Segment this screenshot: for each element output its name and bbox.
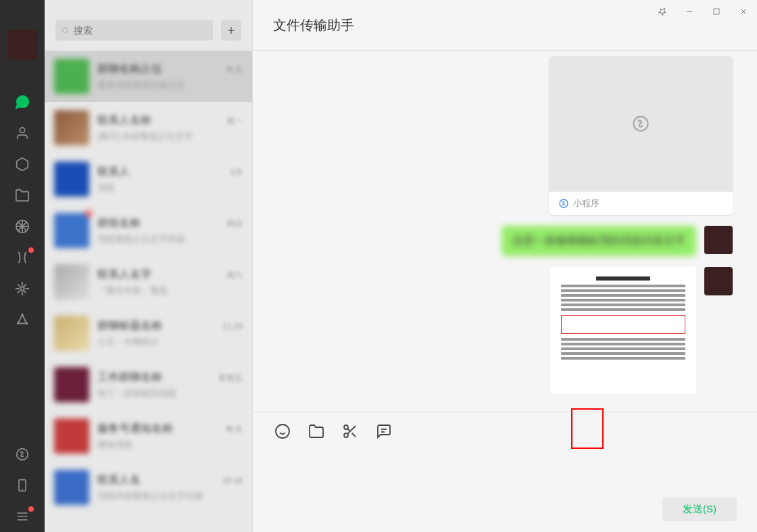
minimize-button[interactable]	[676, 0, 703, 23]
chat-time: 3月	[230, 167, 243, 178]
nav-phone[interactable]	[14, 477, 31, 494]
chat-avatar	[54, 59, 89, 94]
svg-point-2	[20, 287, 24, 291]
pin-button[interactable]	[649, 0, 676, 23]
text-message[interactable]: 这是一条被模糊处理的消息内容文字	[502, 226, 696, 256]
chat-preview: 通知消息	[97, 439, 243, 451]
nav-contacts[interactable]	[14, 124, 31, 142]
file-button[interactable]	[307, 422, 326, 441]
emoji-button[interactable]	[273, 422, 292, 441]
send-button[interactable]: 发送(S)	[662, 498, 737, 521]
chat-item[interactable]: 联系人名称 周一 [图片] 内容预览占位文字	[45, 102, 252, 153]
chat-avatar	[54, 316, 89, 351]
chat-preview: 小王：今晚吃什	[97, 336, 243, 348]
image-message[interactable]	[550, 267, 696, 394]
chat-avatar	[54, 470, 89, 505]
chat-preview: 张三：好的收到消息	[97, 387, 243, 400]
chat-avatar	[54, 162, 89, 197]
sender-avatar[interactable]	[704, 267, 733, 295]
chat-item[interactable]: 联系人名 10:18 消息内容预览占位文字示例	[45, 462, 252, 513]
search-icon	[61, 26, 70, 35]
chat-time: 星期五	[218, 372, 243, 384]
screenshot-button[interactable]	[341, 422, 360, 441]
miniprogram-icon	[631, 114, 650, 133]
chat-preview: 「聊天内容」预览	[97, 285, 243, 297]
nav-moments[interactable]	[14, 218, 31, 235]
svg-rect-17	[714, 9, 719, 14]
chat-item[interactable]: 联系人 3月 消息	[45, 153, 252, 205]
maximize-button[interactable]	[703, 0, 730, 23]
miniprogram-label: 小程序	[573, 197, 600, 210]
chat-avatar	[54, 367, 89, 402]
chat-time: 周一	[226, 116, 243, 127]
svg-point-26	[344, 433, 348, 437]
chat-name: 群聊标题名称	[97, 319, 162, 333]
search-box[interactable]	[55, 20, 213, 41]
unread-badge	[85, 210, 92, 217]
miniprogram-tag-icon	[558, 198, 569, 209]
nav-files[interactable]	[14, 187, 31, 204]
chat-item[interactable]: 联系人名字 周六 「聊天内容」预览	[45, 256, 252, 308]
chat-time: 昨天	[226, 424, 243, 435]
chat-history-button[interactable]	[374, 422, 393, 441]
chat-time: 11:20	[222, 322, 243, 331]
nav-menu[interactable]	[14, 508, 31, 525]
chat-preview: 消息	[97, 182, 243, 194]
chat-avatar	[54, 110, 89, 145]
chat-name: 服务号通知名称	[97, 422, 173, 436]
menu-badge	[28, 506, 34, 512]
chat-title: 文件传输助手	[273, 16, 354, 34]
add-button[interactable]	[221, 20, 241, 41]
chat-preview: 消息内容预览占位文字示例	[97, 490, 243, 502]
nav-chat[interactable]	[14, 93, 31, 111]
chat-items: 群聊名称占位 昨天 最新消息预览内容占位 联系人名称 周一 [图片] 内容预览占…	[45, 51, 252, 532]
close-button[interactable]	[730, 0, 757, 23]
chat-item[interactable]: 群组名称 周日 消息预览占位文字内容	[45, 205, 252, 256]
chat-avatar	[54, 264, 89, 299]
chat-time: 周日	[226, 218, 243, 230]
search-input[interactable]	[70, 22, 207, 39]
chat-time: 10:18	[222, 476, 243, 485]
nav-miniprogram-gear[interactable]	[14, 280, 31, 297]
chat-list-panel: 群聊名称占位 昨天 最新消息预览内容占位 联系人名称 周一 [图片] 内容预览占…	[45, 0, 253, 532]
chat-item[interactable]: 群聊标题名称 11:20 小王：今晚吃什	[45, 308, 252, 359]
composer: 发送(S)	[253, 412, 757, 532]
chat-name: 联系人名	[97, 473, 141, 487]
sender-avatar[interactable]	[704, 226, 733, 254]
main-chat: 文件传输助手 小程序 这是一条被模糊处理的消息内容文字	[253, 0, 757, 532]
chat-name: 联系人	[97, 165, 130, 179]
chat-item[interactable]: 工作群聊名称 星期五 张三：好的收到消息	[45, 359, 252, 410]
chat-preview: 消息预览占位文字内容	[97, 233, 243, 245]
chat-time: 昨天	[226, 64, 243, 76]
chat-avatar	[54, 213, 89, 248]
chat-time: 周六	[226, 270, 243, 281]
channels-badge	[28, 247, 34, 253]
my-avatar[interactable]	[7, 30, 37, 59]
chat-name: 工作群聊名称	[97, 370, 162, 385]
nav-miniprogram[interactable]	[14, 445, 31, 463]
chat-avatar	[54, 418, 89, 454]
nav-collect[interactable]	[14, 155, 31, 173]
chat-name: 联系人名字	[97, 268, 151, 282]
chat-item[interactable]: 群聊名称占位 昨天 最新消息预览内容占位	[45, 51, 252, 102]
chat-name: 群聊名称占位	[97, 62, 162, 76]
chat-preview: 最新消息预览内容占位	[97, 79, 243, 91]
chat-preview: [图片] 内容预览占位文字	[97, 130, 243, 143]
chat-item[interactable]: 服务号通知名称 昨天 通知消息	[45, 410, 252, 462]
chat-name: 联系人名称	[97, 114, 151, 128]
nav-rail	[0, 0, 45, 532]
svg-line-13	[67, 32, 68, 34]
titlebar: 文件传输助手	[253, 0, 757, 51]
miniprogram-message[interactable]: 小程序	[549, 56, 733, 215]
svg-point-22	[276, 425, 289, 438]
chat-name: 群组名称	[97, 216, 141, 231]
message-area: 小程序 这是一条被模糊处理的消息内容文字	[253, 51, 757, 412]
svg-point-0	[20, 128, 24, 132]
nav-applets[interactable]	[14, 311, 31, 329]
svg-point-12	[62, 28, 68, 33]
svg-point-25	[344, 425, 348, 429]
nav-channels[interactable]	[14, 249, 31, 266]
